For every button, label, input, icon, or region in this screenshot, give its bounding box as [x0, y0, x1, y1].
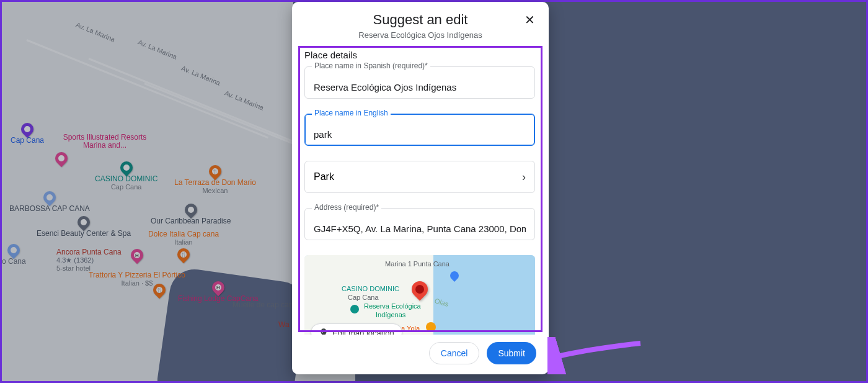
mm-label-reserva: Reserva Ecológica: [364, 302, 421, 310]
address-input[interactable]: [304, 208, 535, 240]
category-selector[interactable]: Park ›: [304, 161, 535, 193]
edit-map-location-label: Edit map location: [332, 328, 394, 335]
suggest-edit-dialog: Suggest an edit Reserva Ecológica Ojos I…: [292, 2, 549, 374]
dialog-subtitle: Reserva Ecológica Ojos Indígenas: [304, 30, 536, 40]
location-minimap[interactable]: Marina 1 Punta Cana CASINO DOMINIC Cap C…: [304, 255, 535, 335]
place-name-english-field: Place name in English: [304, 114, 535, 146]
mm-label-marina: Marina 1 Punta Cana: [385, 260, 450, 268]
place-name-spanish-label: Place name in Spanish (required)*: [312, 61, 430, 70]
dialog-body: Place details Place name in Spanish (req…: [292, 46, 549, 335]
address-label: Address (required)*: [312, 203, 381, 212]
dialog-footer: Cancel Submit: [292, 335, 549, 374]
cancel-button[interactable]: Cancel: [429, 342, 480, 364]
close-icon: ✕: [525, 12, 535, 27]
place-name-english-label: Place name in English: [312, 109, 391, 117]
edit-map-location-button[interactable]: Edit map location: [311, 323, 402, 335]
dialog-header: Suggest an edit Reserva Ecológica Ojos I…: [292, 2, 549, 46]
chevron-right-icon: ›: [522, 171, 526, 184]
mm-pin-yola: [426, 322, 436, 332]
mm-pin-casino: [350, 305, 359, 313]
mm-label-casino: CASINO DOMINIC: [342, 285, 399, 292]
section-heading: Place details: [304, 50, 535, 60]
place-name-english-input[interactable]: [304, 114, 535, 146]
submit-button[interactable]: Submit: [487, 342, 536, 364]
mm-label-reserva-sub: Indígenas: [376, 311, 405, 318]
dialog-scroll[interactable]: Place details Place name in Spanish (req…: [292, 46, 545, 335]
dialog-title: Suggest an edit: [304, 12, 536, 28]
viewport: Av. La Marina Av. La Marina Av. La Marin…: [0, 0, 868, 383]
address-field: Address (required)*: [304, 208, 535, 240]
place-name-spanish-input[interactable]: [304, 66, 535, 99]
close-button[interactable]: ✕: [519, 9, 540, 30]
edit-location-icon: [319, 328, 329, 335]
mm-label-casino-sub: Cap Cana: [348, 294, 379, 301]
place-name-spanish-field: Place name in Spanish (required)*: [304, 66, 535, 99]
category-value: Park: [314, 171, 334, 182]
